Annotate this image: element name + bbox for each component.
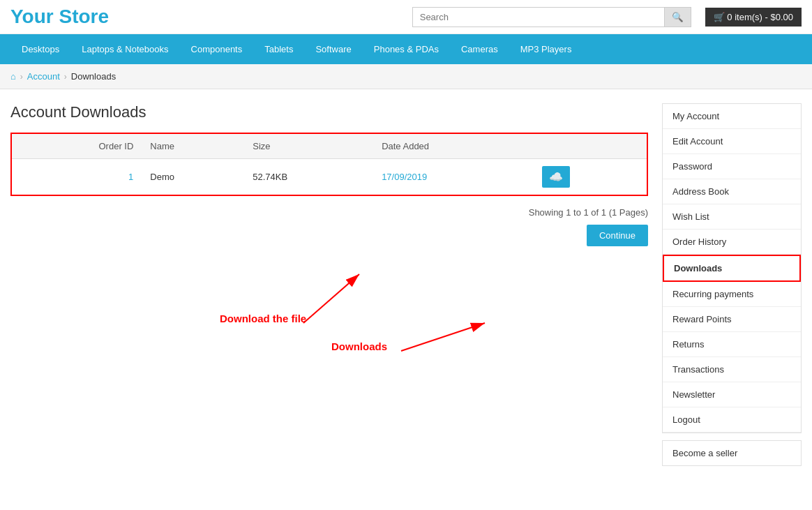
sidebar-menu-item: Reward Points — [663, 307, 801, 332]
sidebar-become: Become a seller — [662, 440, 802, 466]
header: Your Store 🔍 🛒 0 item(s) - $0.00 — [0, 0, 812, 34]
col-action — [534, 133, 647, 159]
svg-line-3 — [401, 323, 485, 351]
sidebar-menu-item: Returns — [663, 332, 801, 357]
cell-action: ☁️ — [534, 159, 647, 196]
sidebar-menu-link[interactable]: Password — [663, 154, 801, 179]
content-area: Account Downloads Order ID Name Size Dat… — [10, 103, 648, 466]
svg-line-2 — [303, 274, 359, 323]
sidebar-menu-link[interactable]: Newsletter — [663, 382, 801, 407]
store-logo: Your Store — [10, 6, 412, 28]
sidebar-menu-item: Edit Account — [663, 129, 801, 154]
nav-link[interactable]: Software — [304, 34, 362, 64]
annotation-downloads: Downloads — [331, 340, 387, 352]
sidebar-menu-item: Order History — [663, 230, 801, 255]
search-bar: 🔍 — [412, 7, 691, 27]
cart-label: 0 item(s) - $0.00 — [727, 12, 793, 22]
nav-link[interactable]: MP3 Players — [509, 34, 583, 64]
nav-item: Phones & PDAs — [363, 34, 450, 64]
sidebar-menu-link[interactable]: Recurring payments — [663, 282, 801, 307]
nav-link[interactable]: Cameras — [450, 34, 509, 64]
sidebar-menu: My AccountEdit AccountPasswordAddress Bo… — [662, 103, 802, 433]
nav-link[interactable]: Components — [180, 34, 254, 64]
main-container: Account Downloads Order ID Name Size Dat… — [0, 89, 812, 480]
nav-item: Desktops — [10, 34, 70, 64]
sidebar-menu-item: My Account — [663, 104, 801, 129]
sidebar-menu-link[interactable]: Address Book — [663, 179, 801, 204]
annotation-area: Download the file Downloads — [10, 253, 648, 365]
sidebar-menu-item: Newsletter — [663, 382, 801, 407]
cart-icon: 🛒 — [714, 12, 725, 22]
breadcrumb-downloads: Downloads — [71, 71, 116, 82]
download-file-button[interactable]: ☁️ — [542, 166, 570, 188]
sidebar-menu-item: Password — [663, 154, 801, 179]
sidebar-menu-item: Wish List — [663, 204, 801, 230]
sidebar-menu-link[interactable]: Order History — [663, 230, 801, 255]
sidebar-menu-item: Downloads — [663, 255, 801, 282]
sidebar: My AccountEdit AccountPasswordAddress Bo… — [662, 103, 802, 466]
col-size: Size — [244, 133, 373, 159]
breadcrumb: ⌂ › Account › Downloads — [0, 64, 812, 89]
sidebar-menu-item: Recurring payments — [663, 282, 801, 307]
become-seller-link[interactable]: Become a seller — [663, 441, 801, 465]
sidebar-menu-link[interactable]: Logout — [663, 407, 801, 433]
breadcrumb-home[interactable]: ⌂ — [10, 71, 16, 82]
table-row: 1 Demo 52.74KB 17/09/2019 ☁️ — [11, 159, 647, 196]
col-date: Date Added — [373, 133, 534, 159]
sidebar-menu-link[interactable]: Downloads — [663, 255, 801, 282]
breadcrumb-sep-2: › — [64, 72, 67, 82]
sidebar-menu-item: Logout — [663, 407, 801, 433]
nav-item: Components — [180, 34, 254, 64]
showing-text: Showing 1 to 1 of 1 (1 Pages) — [10, 207, 648, 218]
nav-bar: DesktopsLaptops & NotebooksComponentsTab… — [0, 34, 812, 64]
nav-item: Software — [304, 34, 362, 64]
pagination-area: Continue — [10, 225, 648, 246]
sidebar-menu-link[interactable]: Reward Points — [663, 307, 801, 332]
nav-item: Cameras — [450, 34, 509, 64]
search-button[interactable]: 🔍 — [664, 7, 691, 27]
nav-link[interactable]: Laptops & Notebooks — [70, 34, 179, 64]
sidebar-menu-item: Transactions — [663, 357, 801, 382]
sidebar-menu-link[interactable]: Wish List — [663, 204, 801, 230]
breadcrumb-sep-1: › — [20, 72, 23, 82]
search-input[interactable] — [412, 7, 664, 27]
downloads-table: Order ID Name Size Date Added 1 Demo 52.… — [10, 133, 648, 196]
col-name: Name — [142, 133, 244, 159]
nav-link[interactable]: Desktops — [10, 34, 70, 64]
nav-item: MP3 Players — [509, 34, 583, 64]
cell-size: 52.74KB — [244, 159, 373, 196]
sidebar-menu-item: Address Book — [663, 179, 801, 204]
breadcrumb-account[interactable]: Account — [27, 71, 60, 82]
sidebar-menu-link[interactable]: Transactions — [663, 357, 801, 382]
sidebar-menu-link[interactable]: Edit Account — [663, 129, 801, 154]
nav-item: Laptops & Notebooks — [70, 34, 179, 64]
page-title: Account Downloads — [10, 103, 648, 121]
search-icon: 🔍 — [672, 12, 684, 22]
continue-button[interactable]: Continue — [587, 225, 648, 246]
cell-date: 17/09/2019 — [373, 159, 534, 196]
cell-name: Demo — [142, 159, 244, 196]
annotation-svg — [10, 253, 359, 365]
home-icon: ⌂ — [10, 71, 16, 82]
col-order-id: Order ID — [11, 133, 142, 159]
sidebar-menu-link[interactable]: My Account — [663, 104, 801, 129]
cell-order-id: 1 — [11, 159, 142, 196]
nav-link[interactable]: Phones & PDAs — [363, 34, 450, 64]
nav-link[interactable]: Tablets — [253, 34, 304, 64]
sidebar-menu-link[interactable]: Returns — [663, 332, 801, 357]
cart-area[interactable]: 🛒 0 item(s) - $0.00 — [705, 8, 802, 27]
annotation-download-file: Download the file — [220, 313, 306, 324]
nav-item: Tablets — [253, 34, 304, 64]
